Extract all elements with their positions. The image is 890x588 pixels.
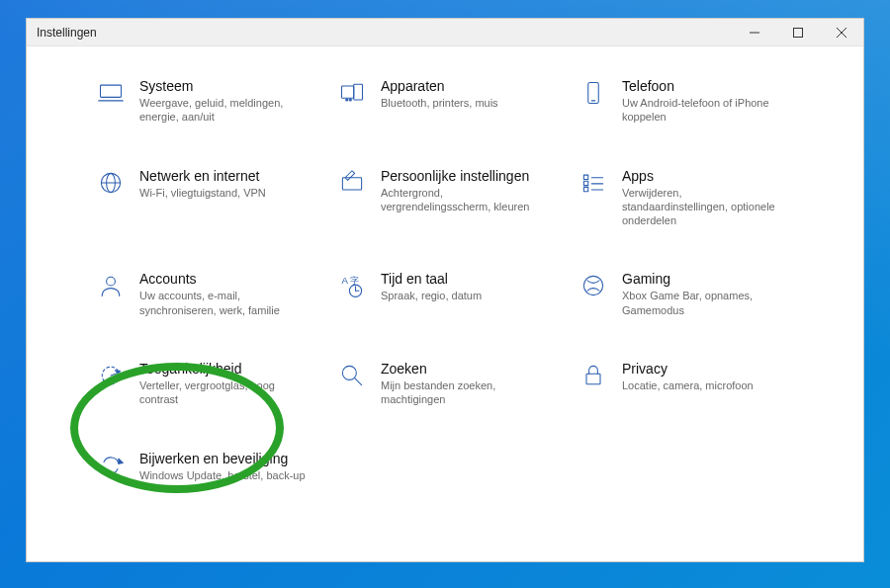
tile-personalization[interactable]: Persoonlijke instellingen Achtergrond, v… (337, 168, 553, 228)
svg-point-22 (107, 278, 116, 287)
tile-title: Privacy (622, 361, 754, 377)
tile-system[interactable]: Systeem Weergave, geluid, meldingen, ene… (96, 78, 312, 125)
tile-sub: Xbox Game Bar, opnames, Gamemodus (622, 289, 790, 317)
tile-network[interactable]: Netwerk en internet Wi-Fi, vliegtuigstan… (96, 168, 312, 228)
svg-point-28 (583, 277, 602, 295)
tile-title: Telefoon (622, 78, 790, 94)
svg-marker-30 (115, 371, 120, 374)
maximize-button[interactable] (776, 19, 820, 45)
settings-content: Systeem Weergave, geluid, meldingen, ene… (27, 46, 863, 561)
svg-rect-10 (588, 83, 599, 104)
tile-sub: Windows Update, herstel, back-up (139, 468, 306, 482)
tile-gaming[interactable]: Gaming Xbox Game Bar, opnames, Gamemodus (578, 271, 794, 317)
svg-rect-16 (583, 175, 587, 179)
close-button[interactable] (820, 19, 863, 45)
phone-icon (578, 78, 608, 108)
svg-rect-18 (583, 181, 587, 185)
svg-marker-35 (99, 466, 103, 471)
svg-line-32 (355, 378, 362, 385)
tile-devices[interactable]: Apparaten Bluetooth, printers, muis (337, 78, 553, 125)
minimize-button[interactable] (733, 19, 776, 45)
svg-rect-1 (794, 28, 803, 37)
tile-title: Tijd en taal (381, 271, 482, 287)
sync-icon (96, 451, 126, 480)
tile-title: Persoonlijke instellingen (381, 168, 549, 184)
tile-title: Bijwerken en beveiliging (139, 451, 306, 466)
tile-sub: Uw Android-telefoon of iPhone koppelen (622, 96, 790, 125)
apps-list-icon (578, 168, 608, 198)
window-controls (733, 19, 863, 45)
svg-text:A: A (342, 276, 349, 287)
devices-icon (337, 78, 367, 108)
svg-point-8 (346, 99, 348, 101)
svg-marker-34 (119, 459, 123, 463)
svg-rect-4 (101, 85, 122, 97)
tile-title: Netwerk en internet (139, 168, 266, 184)
system-icon (96, 78, 126, 108)
tile-sub: Verteller, vergrootglas, hoog contrast (139, 378, 308, 407)
tile-ease-of-access[interactable]: Toegankelijkheid Verteller, vergrootglas… (96, 361, 312, 407)
xbox-icon (578, 271, 608, 300)
search-icon (337, 361, 367, 390)
svg-rect-20 (583, 187, 587, 191)
tile-title: Systeem (139, 78, 308, 94)
person-icon (96, 271, 126, 300)
svg-rect-33 (586, 374, 600, 384)
tile-title: Apparaten (381, 78, 498, 94)
tile-sub: Uw accounts, e-mail, synchroniseren, wer… (139, 289, 308, 317)
lock-icon (578, 361, 608, 390)
time-language-icon: A字 (337, 271, 367, 300)
titlebar: Instellingen (27, 19, 863, 46)
tile-time-language[interactable]: A字 Tijd en taal Spraak, regio, datum (337, 271, 553, 317)
tile-privacy[interactable]: Privacy Locatie, camera, microfoon (578, 361, 794, 407)
tile-sub: Verwijderen, standaardinstellingen, opti… (622, 186, 790, 228)
globe-icon (96, 168, 126, 198)
tile-sub: Mijn bestanden zoeken, machtigingen (381, 378, 549, 407)
tile-title: Zoeken (381, 361, 549, 377)
tile-title: Gaming (622, 271, 790, 287)
tile-sub: Wi-Fi, vliegtuigstand, VPN (139, 186, 266, 200)
tile-update-security[interactable]: Bijwerken en beveiliging Windows Update,… (96, 451, 312, 482)
svg-point-9 (349, 99, 351, 101)
svg-rect-6 (342, 86, 354, 98)
svg-rect-7 (354, 84, 363, 100)
tile-sub: Weergave, geluid, meldingen, energie, aa… (139, 96, 308, 125)
tile-accounts[interactable]: Accounts Uw accounts, e-mail, synchronis… (96, 271, 312, 317)
window-title: Instellingen (37, 26, 97, 40)
tile-sub: Spraak, regio, datum (381, 289, 482, 302)
settings-window: Instellingen Systeem Weergave, geluid, m… (26, 18, 864, 562)
tile-title: Toegankelijkheid (139, 361, 308, 377)
tile-sub: Achtergrond, vergrendelingsscherm, kleur… (381, 186, 549, 214)
tile-title: Apps (622, 168, 790, 184)
tile-search[interactable]: Zoeken Mijn bestanden zoeken, machtiging… (337, 361, 553, 407)
settings-grid: Systeem Weergave, geluid, meldingen, ene… (96, 78, 794, 482)
svg-rect-15 (342, 177, 361, 189)
tile-sub: Bluetooth, printers, muis (381, 96, 498, 110)
tile-apps[interactable]: Apps Verwijderen, standaardinstellingen,… (578, 168, 794, 228)
ease-of-access-icon (96, 361, 126, 390)
tile-sub: Locatie, camera, microfoon (622, 378, 754, 392)
tile-title: Accounts (139, 271, 308, 287)
tile-phone[interactable]: Telefoon Uw Android-telefoon of iPhone k… (578, 78, 794, 125)
pen-monitor-icon (337, 168, 367, 198)
